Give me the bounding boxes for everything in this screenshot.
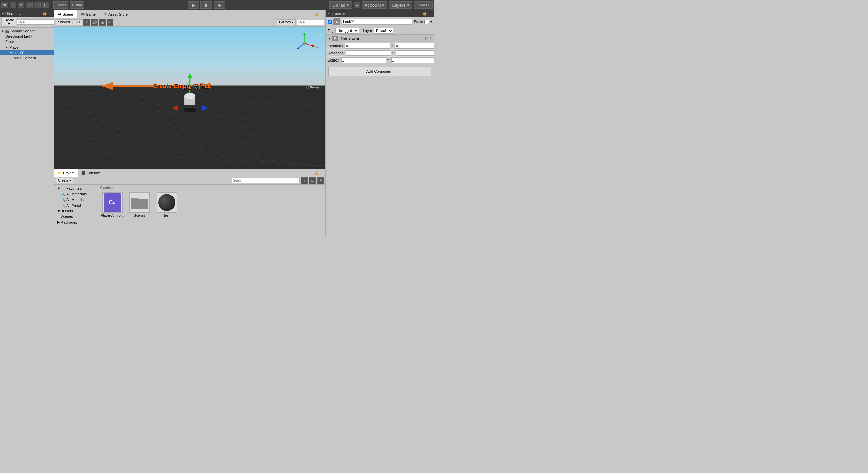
position-label: Position <box>328 44 341 48</box>
triangle-icon: ▼ <box>1 30 4 33</box>
tag-dropdown[interactable]: Untagged <box>335 28 359 34</box>
play-button[interactable]: ▶ <box>188 1 199 9</box>
step-button[interactable]: ⏭ <box>214 1 225 9</box>
hierarchy-menu-icon[interactable]: ⋮ <box>48 11 52 16</box>
inspector-title: Inspector <box>330 12 422 16</box>
svg-text:Y: Y <box>313 33 315 36</box>
combo-tool[interactable]: ⊞ <box>42 2 49 8</box>
rotation-y-input[interactable] <box>396 50 434 56</box>
sidebar-scenes[interactable]: Scenes <box>54 214 98 219</box>
add-component-button[interactable]: Add Component <box>328 67 431 76</box>
hierarchy-item-looky[interactable]: ▼ LookY <box>0 50 54 55</box>
gizmos-button[interactable]: Gizmos ▾ <box>277 19 296 25</box>
project-tag-icon[interactable]: 🏷 <box>309 177 316 184</box>
scale-y-group: Y <box>387 57 434 63</box>
rotate-tool[interactable]: ↺ <box>18 2 24 8</box>
account-button[interactable]: Account ▾ <box>362 1 388 9</box>
move-tool[interactable]: ✛ <box>10 2 16 8</box>
sidebar-all-materials[interactable]: 🔍 All Materials <box>54 191 98 197</box>
sphere-icon <box>158 194 175 211</box>
svg-marker-30 <box>303 33 306 35</box>
rotation-y-group: Y <box>392 50 434 56</box>
sidebar-packages[interactable]: ▶ Packages <box>54 219 98 225</box>
collab-button[interactable]: Collab ▾ <box>329 1 352 9</box>
sidebar-all-models[interactable]: 🔍 All Models <box>54 197 98 203</box>
hierarchy-toolbar: Create ▾ <box>0 17 54 28</box>
hierarchy-item-player[interactable]: ▼ Player <box>0 45 54 50</box>
tab-console[interactable]: ⬛ Console <box>78 169 103 177</box>
scene-search-input[interactable] <box>297 20 324 25</box>
position-y-input[interactable] <box>395 43 434 49</box>
rect-tool[interactable]: ▭ <box>34 2 41 8</box>
breadcrumb-sep: › <box>112 185 113 189</box>
svg-rect-43 <box>131 198 138 200</box>
layer-dropdown[interactable]: Default <box>374 28 393 34</box>
inspector-menu-icon[interactable]: ⋮ <box>428 11 432 16</box>
scale-y-label: Y <box>387 58 391 62</box>
triangle-icon: ▼ <box>57 186 61 190</box>
sidebar-assets[interactable]: ▼ Assets <box>54 208 98 214</box>
transform-dots-icon[interactable]: ⋮ <box>429 37 432 40</box>
hand-tool[interactable]: ☚ <box>1 2 8 8</box>
scene-tabs: 🏔 Scene 🎮 Game 🏪 Asset Store 🔒 ⋮ <box>54 10 325 18</box>
audio-icon[interactable]: 🔊 <box>91 19 98 26</box>
center-button[interactable]: Center <box>53 1 68 9</box>
layers-button[interactable]: Layers ▾ <box>389 1 412 9</box>
layout-button[interactable]: Layout ▾ <box>414 1 433 9</box>
asset-scenes[interactable]: Scenes <box>128 192 151 217</box>
tab-scene[interactable]: 🏔 Scene <box>54 10 77 18</box>
viewport[interactable]: Y X Z ◁ Persp Create Emptyで作成 <box>54 27 325 169</box>
folder-asset-icon <box>129 192 150 213</box>
scene-toolbar: Shaded 2D ☀ 🔊 ▣ 👁 Gizmos ▾ <box>54 18 325 27</box>
scale-x-label: X <box>337 58 341 62</box>
tab-game[interactable]: 🎮 Game <box>77 10 100 18</box>
cloud-icon[interactable]: ☁ <box>354 2 360 8</box>
effects-icon[interactable]: ▣ <box>99 19 106 26</box>
scene-menu-icon[interactable]: ⋮ <box>320 12 324 16</box>
asset-test[interactable]: test <box>155 192 179 217</box>
lighting-icon[interactable]: ☀ <box>83 19 90 26</box>
hierarchy-item-maincamera[interactable]: Main Camera <box>0 55 54 61</box>
asset-playercontroller[interactable]: C# PlayerControl... <box>101 192 124 217</box>
pause-button[interactable]: ⏸ <box>200 1 212 9</box>
hierarchy-create-button[interactable]: Create ▾ <box>1 18 16 27</box>
scale-x-group: X <box>337 57 386 63</box>
static-dropdown-icon[interactable]: ▾ <box>430 20 432 24</box>
sidebar-all-prefabs[interactable]: 🔍 All Prefabs <box>54 203 98 208</box>
svg-point-21 <box>184 108 196 112</box>
position-row: Position X Y Z <box>326 42 434 50</box>
project-create-button[interactable]: Create ▾ <box>56 178 73 183</box>
scene-lock-icon[interactable]: 🔒 <box>314 12 319 16</box>
position-x-input[interactable] <box>345 43 390 49</box>
transform-settings-icon[interactable]: ⚙ <box>424 37 428 40</box>
project-star-icon[interactable]: ★ <box>317 177 324 184</box>
scale-y-input[interactable] <box>391 57 434 63</box>
inspector-lock-icon[interactable]: 🔒 <box>422 11 427 16</box>
scale-x-input[interactable] <box>341 57 386 63</box>
transform-component-header[interactable]: ▼ ⊞ Transform ⚙ ⋮ <box>326 35 434 42</box>
layer-label: Layer <box>363 29 373 33</box>
tab-assetstore[interactable]: 🏪 Asset Store <box>100 10 131 18</box>
static-checkbox[interactable] <box>424 20 429 24</box>
center-area: 🏔 Scene 🎮 Game 🏪 Asset Store 🔒 ⋮ Shaded … <box>54 10 325 236</box>
project-sync-icon[interactable]: ↕ <box>301 177 308 184</box>
hierarchy-item-samplescene[interactable]: ▼ 🎬 SampleScene* <box>0 28 54 34</box>
object-active-checkbox[interactable] <box>328 20 332 24</box>
asset-scenes-label: Scenes <box>134 214 145 217</box>
bottom-menu-icon[interactable]: ⋮ <box>320 171 324 175</box>
tab-project[interactable]: 📁 Project <box>54 169 78 177</box>
bottom-lock-icon[interactable]: 🔒 <box>314 171 319 175</box>
shading-button[interactable]: Shaded <box>56 19 72 25</box>
hierarchy-lock-icon[interactable]: 🔒 <box>42 11 47 16</box>
breadcrumb-assets[interactable]: Assets <box>100 185 111 189</box>
global-button[interactable]: Global <box>70 1 84 9</box>
2d-button[interactable]: 2D <box>73 19 82 25</box>
rotation-x-input[interactable] <box>346 50 391 56</box>
hierarchy-item-floor[interactable]: Floor <box>0 39 54 45</box>
object-name-input[interactable] <box>342 19 412 25</box>
project-search-input[interactable] <box>232 178 300 183</box>
hidden-icon[interactable]: 👁 <box>107 19 113 26</box>
hierarchy-item-directionallight[interactable]: Directional Light <box>0 34 54 39</box>
scale-tool[interactable]: ⤢ <box>26 2 33 8</box>
sidebar-favorites[interactable]: ▼ ★ Favorites <box>54 185 98 191</box>
